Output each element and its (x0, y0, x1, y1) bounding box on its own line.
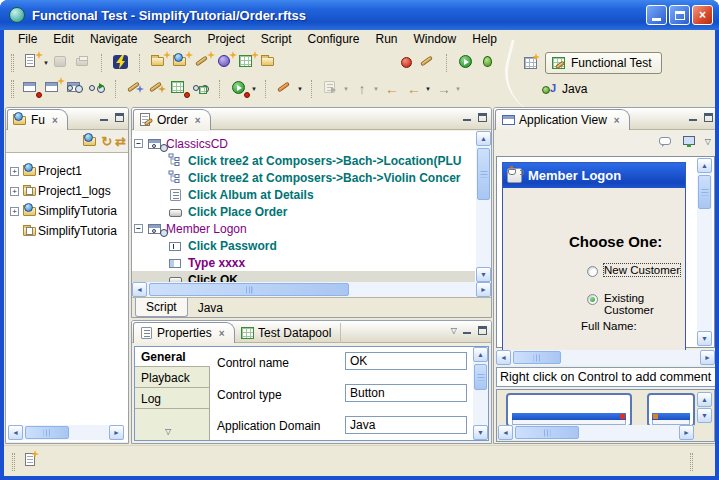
scroll-right-icon[interactable]: ► (679, 425, 694, 440)
spy-pointer-button[interactable] (66, 79, 86, 99)
editor-maximize-icon[interactable] (478, 113, 487, 122)
scroll-up-icon[interactable]: ▲ (697, 392, 712, 407)
menu-script[interactable]: Script (253, 31, 300, 48)
save-button[interactable] (52, 53, 72, 73)
application-view-tab[interactable]: Application View × (495, 109, 630, 130)
scroll-left-icon[interactable]: ◄ (8, 425, 23, 440)
navigate-up-dropdown-icon[interactable]: ▼ (373, 86, 381, 92)
control-type-input[interactable] (345, 384, 467, 402)
insert-datapool-button[interactable] (170, 79, 190, 99)
script-line-click-place-order[interactable]: Click Place Order (132, 203, 475, 220)
remote-display-icon[interactable] (681, 133, 697, 149)
navigate-back2-button[interactable]: ← (404, 79, 424, 99)
scroll-thumb[interactable] (515, 426, 579, 439)
debug-button[interactable] (479, 53, 499, 73)
expand-icon[interactable]: + (10, 187, 19, 196)
new-test-folder-button[interactable] (150, 53, 170, 73)
refresh-icon[interactable]: ↻ (101, 134, 112, 149)
properties-tab[interactable]: Properties × (133, 322, 235, 343)
expand-icon[interactable]: + (10, 207, 19, 216)
navigate-up-button[interactable]: ↑ (352, 79, 372, 99)
properties-minimize-icon[interactable] (463, 326, 472, 335)
play-button[interactable] (457, 53, 477, 73)
record-button[interactable] (397, 53, 417, 73)
menu-navigate[interactable]: Navigate (82, 31, 145, 48)
menu-window[interactable]: Window (406, 31, 465, 48)
script-line-member-logon[interactable]: − Member Logon (132, 220, 475, 237)
run-script-dropdown-icon[interactable]: ▼ (251, 86, 259, 92)
project-filter-icon[interactable] (82, 133, 98, 149)
scroll-left-icon[interactable]: ◄ (496, 350, 511, 365)
add-comment-icon[interactable] (657, 133, 673, 149)
scroll-up-icon[interactable]: ▲ (473, 347, 488, 362)
explorer-hscrollbar[interactable]: ◄ ► (8, 425, 124, 440)
tree-item-simplifytutorial[interactable]: + SimplifyTutoria (8, 202, 128, 220)
minimize-button[interactable] (646, 5, 667, 25)
maximize-button[interactable] (669, 5, 690, 25)
navigate-forward-dropdown-icon[interactable]: ▼ (455, 86, 463, 92)
scroll-right-icon[interactable]: ► (109, 425, 124, 440)
section-overflow-icon[interactable]: ▽ (165, 427, 171, 436)
script-line-click-album[interactable]: Click Album at Details (132, 186, 475, 203)
new-project-button[interactable] (172, 53, 192, 73)
expand-icon[interactable]: + (10, 167, 19, 176)
highlight-button[interactable] (276, 79, 296, 99)
scroll-right-icon[interactable]: ► (700, 350, 715, 365)
menu-search[interactable]: Search (145, 31, 199, 48)
application-view-minimize-icon[interactable] (689, 113, 698, 122)
properties-maximize-icon[interactable] (478, 326, 487, 335)
scroll-thumb[interactable] (474, 364, 487, 390)
member-logon-window[interactable]: Member Logon Choose One: New Customer Ex… (502, 162, 686, 362)
tree-item-project1[interactable]: + Project1 (8, 162, 128, 180)
editor-tab-order[interactable]: Order × (133, 109, 211, 130)
radio-new-customer-label[interactable]: New Customer (604, 264, 680, 276)
editor-vscrollbar[interactable]: ▲ ▼ (476, 131, 491, 282)
explorer-tab[interactable]: Fu × (7, 109, 68, 130)
tree-item-project1-logs[interactable]: + Project1_logs (8, 182, 128, 200)
section-log[interactable]: Log (135, 389, 209, 409)
explorer-maximize-icon[interactable] (115, 113, 124, 122)
menu-run[interactable]: Run (368, 31, 406, 48)
insert-recording-button[interactable] (44, 79, 64, 99)
scroll-thumb[interactable] (477, 148, 490, 200)
editor-hscrollbar[interactable]: ◄ ► (132, 282, 491, 297)
menu-help[interactable]: Help (464, 31, 505, 48)
editor-minimize-icon[interactable] (463, 113, 472, 122)
record-application-button[interactable] (22, 79, 42, 99)
navigate-forward-button[interactable]: → (434, 79, 454, 99)
menu-configure[interactable]: Configure (299, 31, 367, 48)
scroll-thumb[interactable] (25, 426, 69, 439)
scroll-left-icon[interactable]: ◄ (132, 282, 147, 297)
properties-vscrollbar[interactable]: ▲ ▼ (473, 347, 488, 440)
menu-file[interactable]: File (10, 31, 45, 48)
scroll-down-icon[interactable]: ▼ (473, 425, 488, 440)
script-line-type-xxxx[interactable]: Type xxxx (132, 254, 475, 271)
application-view-close-icon[interactable]: × (611, 115, 620, 126)
menu-project[interactable]: Project (199, 31, 252, 48)
scroll-down-icon[interactable]: ▼ (697, 408, 712, 423)
scroll-left-icon[interactable]: ◄ (498, 425, 513, 440)
script-assist-button[interactable] (419, 53, 439, 73)
script-line-click-tree-2[interactable]: Click tree2 at Composers->Bach->Violin C… (132, 169, 475, 186)
section-playback[interactable]: Playback (135, 368, 209, 388)
thumbnail-2[interactable] (647, 393, 695, 427)
fast-view-icon[interactable] (22, 452, 38, 468)
script-line-click-ok[interactable]: Click OK (132, 271, 475, 282)
scroll-up-icon[interactable]: ▲ (697, 158, 712, 173)
properties-tab-close-icon[interactable]: × (216, 328, 225, 339)
highlight-dropdown-icon[interactable]: ▼ (297, 86, 305, 92)
perspective-java-button[interactable]: J Java (541, 81, 587, 97)
radio-existing-customer-label[interactable]: Existing Customer (604, 292, 685, 316)
explorer-minimize-icon[interactable] (100, 113, 109, 122)
insert-verification-point-button[interactable] (126, 79, 146, 99)
link-with-editor-icon[interactable]: ⇄ (115, 134, 126, 149)
perspective-functional-test-button[interactable]: Functional Test (545, 52, 662, 74)
find-object-button[interactable] (192, 79, 212, 99)
tab-script[interactable]: Script (135, 298, 188, 317)
new-datapool-button[interactable] (238, 53, 258, 73)
editor-tab-close-icon[interactable]: × (192, 115, 201, 126)
thumbnail-1[interactable] (506, 393, 632, 427)
run-with-monitor-button[interactable] (88, 79, 108, 99)
snapshot-hscrollbar[interactable]: ◄ ► (496, 350, 715, 365)
navigate-back-button[interactable]: ← (382, 79, 402, 99)
